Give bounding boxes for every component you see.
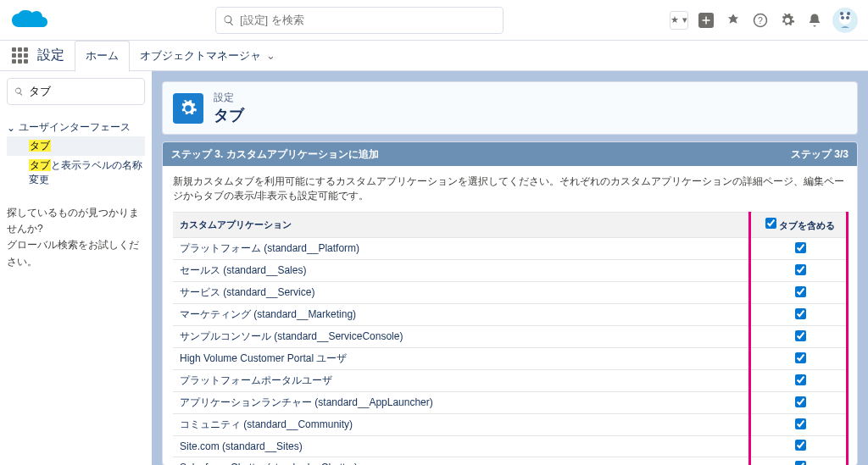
- include-cell: [754, 238, 847, 260]
- table-row: マーケティング (standard__Marketing): [173, 304, 847, 326]
- global-search-input[interactable]: [240, 14, 496, 26]
- breadcrumb: 設定: [214, 91, 244, 105]
- app-name-cell: サンプルコンソール (standard__ServiceConsole): [173, 326, 754, 348]
- include-cell: [754, 436, 847, 457]
- favorites-dropdown[interactable]: ★ ▾: [670, 11, 688, 30]
- include-checkbox[interactable]: [795, 461, 806, 465]
- sidebar-search-input[interactable]: [29, 86, 137, 98]
- svg-point-6: [846, 16, 849, 19]
- step-bar: ステップ 3. カスタムアプリケーションに追加 ステップ 3/3: [163, 142, 857, 166]
- col-header-include: タブを含める: [754, 213, 847, 238]
- avatar[interactable]: [832, 8, 858, 33]
- app-name-cell: アプリケーションランチャー (standard__AppLauncher): [173, 392, 754, 414]
- app-name-cell: サービス (standard__Service): [173, 282, 754, 304]
- app-name-cell: Site.com (standard__Sites): [173, 436, 754, 457]
- include-cell: [754, 348, 847, 370]
- page-header: 設定 タブ: [162, 81, 858, 135]
- include-checkbox[interactable]: [795, 396, 806, 407]
- sidebar: ⌄ユーザインターフェース タブ タブと表示ラベルの名称変更 探しているものが見つ…: [0, 71, 152, 465]
- table-row: プラットフォーム (standard__Platform): [173, 238, 847, 260]
- include-checkbox[interactable]: [795, 330, 806, 341]
- cloud-logo[interactable]: [7, 6, 49, 34]
- svg-point-8: [847, 12, 850, 15]
- app-name-cell: High Volume Customer Portal ユーザ: [173, 348, 754, 370]
- page-title: タブ: [214, 105, 244, 125]
- include-checkbox[interactable]: [795, 286, 806, 297]
- include-checkbox[interactable]: [795, 308, 806, 319]
- include-checkbox[interactable]: [795, 418, 806, 429]
- global-search[interactable]: [215, 7, 504, 34]
- bell-icon[interactable]: [805, 11, 824, 30]
- content: 設定 タブ ステップ 3. カスタムアプリケーションに追加 ステップ 3/3 新…: [152, 71, 868, 465]
- gear-icon[interactable]: [778, 11, 797, 30]
- sidebar-search[interactable]: [7, 78, 145, 105]
- chevron-down-icon: ⌄: [266, 49, 275, 62]
- apps-table: カスタムアプリケーション タブを含める プラットフォーム (standard__…: [173, 212, 847, 465]
- tab-home[interactable]: ホーム: [75, 41, 130, 72]
- table-row: Site.com (standard__Sites): [173, 436, 847, 457]
- include-cell: [754, 326, 847, 348]
- app-name-cell: セールス (standard__Sales): [173, 260, 754, 282]
- svg-text:?: ?: [758, 14, 763, 25]
- topbar: ★ ▾ ?: [0, 0, 868, 41]
- step-title: ステップ 3. カスタムアプリケーションに追加: [171, 147, 379, 162]
- include-checkbox[interactable]: [795, 374, 806, 385]
- include-checkbox[interactable]: [795, 352, 806, 363]
- include-all-checkbox[interactable]: [765, 218, 776, 229]
- search-icon: [223, 14, 235, 26]
- include-cell: [754, 282, 847, 304]
- table-row: コミュニティ (standard__Community): [173, 414, 847, 436]
- table-row: アプリケーションランチャー (standard__AppLauncher): [173, 392, 847, 414]
- include-cell: [754, 414, 847, 436]
- search-icon: [14, 86, 24, 97]
- table-row: サンプルコンソール (standard__ServiceConsole): [173, 326, 847, 348]
- gear-icon: [173, 93, 203, 124]
- include-checkbox[interactable]: [795, 242, 806, 253]
- chevron-down-icon: ⌄: [7, 122, 15, 134]
- add-icon[interactable]: [697, 11, 715, 30]
- app-name-cell: プラットフォーム (standard__Platform): [173, 238, 754, 260]
- include-checkbox[interactable]: [795, 440, 806, 451]
- app-name-cell: プラットフォームポータルユーザ: [173, 370, 754, 392]
- app-name-cell: コミュニティ (standard__Community): [173, 414, 754, 436]
- svg-point-5: [841, 16, 844, 19]
- menubar: 設定 ホーム オブジェクトマネージャ⌄: [0, 41, 868, 71]
- app-name-cell: Salesforce Chatter (standard__Chatter): [173, 457, 754, 466]
- salesforce-help-icon[interactable]: [724, 11, 743, 30]
- table-row: プラットフォームポータルユーザ: [173, 370, 847, 392]
- context-label: 設定: [37, 47, 64, 64]
- table-row: High Volume Customer Portal ユーザ: [173, 348, 847, 370]
- include-checkbox[interactable]: [795, 264, 806, 275]
- app-name-cell: マーケティング (standard__Marketing): [173, 304, 754, 326]
- include-cell: [754, 457, 847, 466]
- step-progress: ステップ 3/3: [791, 147, 849, 162]
- question-icon[interactable]: ?: [751, 11, 770, 30]
- include-cell: [754, 392, 847, 414]
- table-row: サービス (standard__Service): [173, 282, 847, 304]
- tree-group-ui[interactable]: ⌄ユーザインターフェース: [7, 119, 145, 136]
- app-launcher-icon[interactable]: [12, 47, 29, 64]
- table-row: Salesforce Chatter (standard__Chatter): [173, 457, 847, 466]
- sidebar-help-text: 探しているものが見つかりませんか? グローバル検索をお試しください。: [7, 205, 145, 270]
- step-description: 新規カスタムタブを利用可能にするカスタムアプリケーションを選択してください。それ…: [163, 166, 857, 212]
- tree-leaf-tabs[interactable]: タブ: [7, 136, 145, 156]
- include-cell: [754, 370, 847, 392]
- tree-leaf-rename-tabs[interactable]: タブと表示ラベルの名称変更: [7, 156, 145, 190]
- table-row: セールス (standard__Sales): [173, 260, 847, 282]
- tab-object-manager[interactable]: オブジェクトマネージャ⌄: [130, 41, 286, 71]
- include-cell: [754, 304, 847, 326]
- col-header-app: カスタムアプリケーション: [173, 213, 754, 238]
- include-cell: [754, 260, 847, 282]
- svg-point-7: [840, 12, 843, 15]
